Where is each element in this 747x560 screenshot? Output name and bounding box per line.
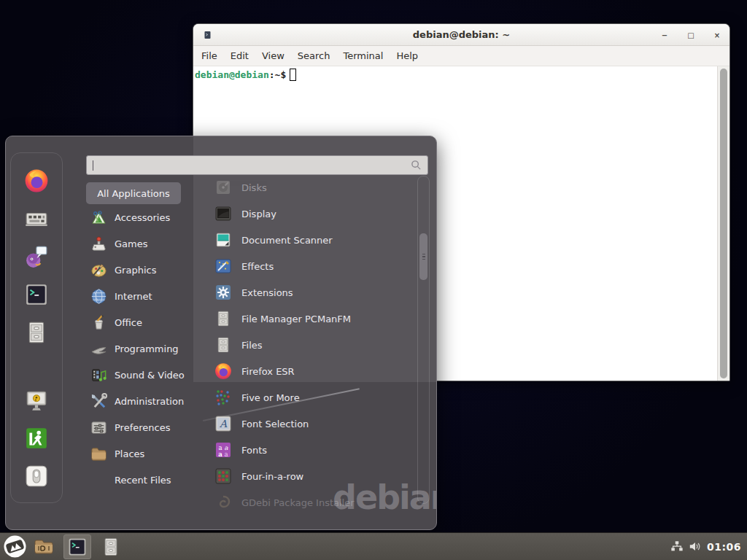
office-icon [90,314,107,331]
app-label: Disks [241,182,267,193]
category-graphics[interactable]: Graphics [86,257,203,283]
disks-icon [214,179,232,196]
shutdown-icon [24,464,49,489]
category-administration[interactable]: Administration [86,388,203,414]
favorite-software-button[interactable] [23,206,50,232]
menu-logo-icon [4,535,26,558]
internet-icon [90,288,107,305]
app-firefox-esr[interactable]: Firefox ESR [210,358,416,384]
menu-scrollbar-handle[interactable] [419,233,427,280]
taskbar-files-button[interactable] [101,534,121,559]
favorite-pidgin-button[interactable] [23,244,50,270]
app-fonts[interactable]: aaaaFonts [210,437,416,463]
search-icon [411,160,422,171]
app-label: Display [241,209,276,219]
taskbar-menu-button[interactable] [4,534,26,559]
taskbar-launchers [0,533,125,560]
category-recent-files[interactable]: Recent Files [86,467,203,493]
svg-text:a: a [224,451,228,458]
category-label: Office [115,317,142,328]
favorite-file-manager-button[interactable] [23,319,50,346]
log-out-button[interactable] [23,425,50,451]
app-files[interactable]: Files [210,332,416,358]
app-display[interactable]: Display [210,201,416,227]
svg-text:a: a [218,451,222,458]
category-label: Accessories [115,212,170,223]
programming-icon [90,341,107,357]
category-label: Games [115,238,147,249]
app-font-selection[interactable]: AFont Selection [210,411,416,437]
lock-screen-button[interactable] [23,387,50,413]
app-label: Document Scanner [241,235,333,246]
app-label: Font Selection [241,419,309,429]
taskbar-terminal-button[interactable] [63,534,91,559]
terminal-scrollbar[interactable] [717,66,729,381]
network-icon[interactable] [670,540,684,553]
terminal-scrollbar-handle[interactable] [720,69,727,378]
menu-favorites-column [10,152,63,503]
app-effects[interactable]: Effects [210,253,416,279]
app-four-in-a-row[interactable]: Four-in-a-row [210,463,416,489]
minimize-button[interactable]: − [659,30,670,40]
terminal-menu-terminal[interactable]: Terminal [336,50,390,61]
category-accessories[interactable]: Accessories [86,204,203,230]
extensions-icon [214,284,232,301]
window-controls: −□× [659,24,722,46]
maximize-button[interactable]: □ [686,30,696,40]
search-input[interactable] [87,156,411,174]
terminal-menu-file[interactable]: File [195,50,224,61]
category-programming[interactable]: Programming [86,335,203,362]
category-preferences[interactable]: Preferences [86,414,203,440]
app-label: Files [241,340,263,351]
search-text-caret [93,160,93,171]
file-cabinet-icon [101,537,121,557]
terminal-menu-view[interactable]: View [255,50,291,61]
category-office[interactable]: Office [86,309,203,335]
gdebi-icon [214,494,232,511]
category-games[interactable]: Games [86,230,203,257]
category-label: Internet [115,291,152,302]
menu-scrollbar[interactable] [417,176,430,504]
graphics-icon [90,262,107,279]
fonts-icon: aaaa [214,441,232,459]
terminal-titlebar[interactable]: debian@debian: ~ −□× [193,24,729,46]
favorites-group [23,168,50,346]
desktop: debian@debian: ~ −□× FileEditViewSearchT… [0,0,747,560]
app-extensions[interactable]: Extensions [210,279,416,306]
terminal-menu-search[interactable]: Search [291,50,337,61]
keyboard-icon [24,206,49,231]
volume-icon[interactable] [689,540,702,553]
terminal-menu-edit[interactable]: Edit [224,50,255,61]
firefox-icon [214,362,232,380]
taskbar-file-manager-button[interactable] [34,534,54,559]
terminal-window-title: debian@debian: ~ [193,29,729,40]
shut-down-button[interactable] [23,463,50,489]
category-places[interactable]: Places [86,440,203,467]
favorite-terminal-button[interactable] [23,281,50,308]
app-label: Extensions [241,287,293,298]
app-label: Four-in-a-row [241,471,303,482]
terminal-prompt-suffix: :~$ [269,69,286,80]
terminal-icon [24,282,49,307]
terminal-cursor [290,69,296,81]
app-file-manager-pcmanfm[interactable]: File Manager PCManFM [210,306,416,332]
taskbar: 01:06 [0,532,747,560]
app-gdebi-package-installer[interactable]: GDebi Package Installer [210,489,416,516]
category-label: Programming [115,343,179,354]
games-icon [90,236,107,252]
app-disks[interactable]: Disks [210,174,416,201]
app-document-scanner[interactable]: Document Scanner [210,227,416,253]
category-internet[interactable]: Internet [86,283,203,309]
favorite-firefox-button[interactable] [23,168,50,194]
app-label: Firefox ESR [241,366,295,377]
session-group [23,387,50,489]
lock-screen-icon [24,388,49,413]
close-button[interactable]: × [712,30,722,40]
category-sound-video[interactable]: Sound & Video [86,362,203,388]
terminal-menu-help[interactable]: Help [390,50,425,61]
effects-icon [214,257,232,275]
all-applications-button[interactable]: All Applications [86,182,181,204]
logout-icon [24,426,49,451]
app-menu: debian All Applications AccessoriesGames… [5,136,437,530]
category-label: Places [115,448,144,459]
